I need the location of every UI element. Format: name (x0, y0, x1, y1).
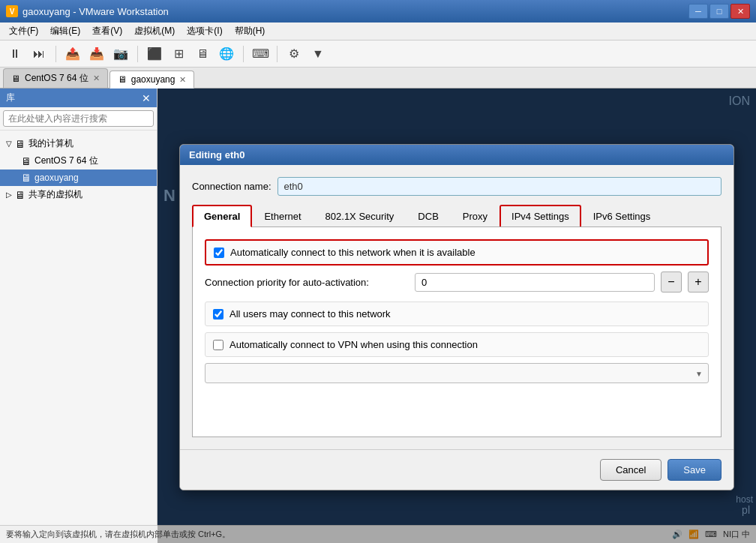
tab-general-label: General (204, 211, 240, 222)
tree-label-mycomputer: 我的计算机 (28, 137, 74, 150)
menu-file[interactable]: 文件(F) (3, 23, 44, 39)
tab-gaoxuyang[interactable]: 🖥 gaoxuyang ✕ (110, 70, 195, 88)
tab-bar: 🖥 CentOS 7 64 位 ✕ 🖥 gaoxuyang ✕ (0, 68, 756, 88)
toolbar-terminal[interactable]: ⌨ (250, 44, 271, 64)
sidebar-title: 库 (6, 92, 15, 104)
maximize-button[interactable]: □ (710, 4, 729, 19)
toolbar-dropdown[interactable]: ▼ (308, 44, 328, 64)
auto-connect-checkbox[interactable] (214, 248, 224, 258)
close-button[interactable]: ✕ (730, 4, 750, 19)
tab-general[interactable]: General (192, 205, 252, 227)
vpn-connect-checkbox[interactable] (213, 340, 224, 350)
connection-name-input[interactable] (278, 177, 722, 196)
dialog-tab-content: Automatically connect to this network wh… (192, 227, 722, 437)
tree-item-gaoxuyang[interactable]: 🖥 gaoxuyang (0, 170, 157, 186)
priority-row: Connection priority for auto-activation:… (205, 272, 709, 292)
all-users-label: All users may connect to this network (230, 308, 391, 320)
dialog-overlay: Editing eth0 Connection name: General (158, 88, 756, 543)
tab-8021x[interactable]: 802.1X Security (314, 205, 406, 226)
auto-connect-row: Automatically connect to this network wh… (205, 239, 709, 266)
tree-label-centos: CentOS 7 64 位 (34, 154, 98, 167)
dialog-footer: Cancel Save (180, 449, 734, 490)
centos-tab-label: CentOS 7 64 位 (25, 72, 88, 85)
vpn-select[interactable] (205, 363, 709, 383)
toolbar-send[interactable]: 📤 (62, 44, 83, 64)
tab-dcb-label: DCB (418, 211, 438, 222)
sidebar-close-btn[interactable]: ✕ (142, 92, 151, 104)
priority-increase-btn[interactable]: + (688, 272, 709, 292)
tab-proxy[interactable]: Proxy (451, 205, 500, 226)
content-area[interactable]: N ION pl host Editing eth0 Connection na… (158, 88, 756, 543)
sidebar-search-input[interactable] (3, 110, 154, 127)
dialog-title: Editing eth0 (189, 149, 244, 160)
toolbar: ⏸ ⏭ 📤 📥 📷 ⬛ ⊞ 🖥 🌐 ⌨ ⚙ ▼ (0, 40, 756, 68)
vpn-connect-label: Automatically connect to VPN when using … (230, 339, 478, 350)
connection-name-row: Connection name: (192, 177, 722, 196)
vpn-select-wrapper (205, 363, 709, 383)
sidebar-header: 库 ✕ (0, 88, 157, 107)
tab-ipv6-label: IPv6 Settings (593, 211, 651, 222)
toolbar-separator-4 (277, 46, 278, 62)
menu-vm[interactable]: 虚拟机(M) (128, 23, 181, 39)
menu-help[interactable]: 帮助(H) (229, 23, 272, 39)
toolbar-receive[interactable]: 📥 (86, 44, 107, 64)
gaoxuyang-tab-close[interactable]: ✕ (179, 75, 186, 85)
tree-arrow-shared: ▷ (6, 190, 12, 199)
priority-decrease-btn[interactable]: − (661, 272, 682, 292)
tab-centos[interactable]: 🖥 CentOS 7 64 位 ✕ (3, 68, 108, 88)
gaoxuyang-icon: 🖥 (21, 172, 32, 184)
toolbar-fullscreen[interactable]: ⬛ (144, 44, 165, 64)
all-users-checkbox[interactable] (213, 309, 224, 320)
main-layout: 库 ✕ ▽ 🖥 我的计算机 🖥 CentOS 7 64 位 🖥 gaoxuyan… (0, 88, 756, 543)
title-bar: V gaoxuyang - VMware Workstation ─ □ ✕ (0, 0, 756, 22)
tree-label-gaoxuyang: gaoxuyang (34, 172, 79, 183)
shared-icon: 🖥 (15, 189, 26, 201)
menu-tab[interactable]: 选项卡(I) (181, 23, 228, 39)
menu-view[interactable]: 查看(V) (86, 23, 128, 39)
tree-label-shared: 共享的虚拟机 (28, 188, 82, 201)
toolbar-snapshot[interactable]: 📷 (110, 44, 131, 64)
auto-connect-label: Automatically connect to this network wh… (230, 247, 476, 258)
gaoxuyang-tab-label: gaoxuyang (131, 74, 176, 85)
toolbar-pause[interactable]: ⏸ (4, 44, 26, 64)
computer-icon: 🖥 (15, 138, 26, 150)
minimize-button[interactable]: ─ (688, 4, 708, 19)
toolbar-separator-3 (243, 46, 244, 62)
toolbar-network[interactable]: 🌐 (216, 44, 237, 64)
dialog-title-bar: Editing eth0 (180, 145, 734, 165)
toolbar-display[interactable]: 🖥 (192, 44, 213, 64)
toolbar-resize[interactable]: ⊞ (168, 44, 189, 64)
save-button[interactable]: Save (668, 459, 722, 481)
tab-ethernet[interactable]: Ethernet (252, 205, 313, 226)
sidebar: 库 ✕ ▽ 🖥 我的计算机 🖥 CentOS 7 64 位 🖥 gaoxuyan… (0, 88, 158, 543)
sidebar-search-container (0, 107, 157, 130)
cancel-button[interactable]: Cancel (600, 459, 662, 481)
edit-connection-dialog: Editing eth0 Connection name: General (179, 144, 734, 490)
vpn-row: Automatically connect to VPN when using … (205, 332, 709, 357)
tab-proxy-label: Proxy (463, 211, 488, 222)
priority-input[interactable] (415, 273, 655, 292)
window-controls: ─ □ ✕ (688, 4, 750, 19)
toolbar-separator-2 (137, 46, 138, 62)
tree-item-mycomputer[interactable]: ▽ 🖥 我的计算机 (0, 135, 157, 152)
all-users-row: All users may connect to this network (205, 302, 709, 326)
tab-8021x-label: 802.1X Security (326, 211, 394, 222)
dialog-tabs: General Ethernet 802.1X Security DCB Pro (192, 205, 722, 227)
toolbar-settings[interactable]: ⚙ (284, 44, 304, 64)
gaoxuyang-tab-icon: 🖥 (118, 74, 127, 85)
tree-item-centos[interactable]: 🖥 CentOS 7 64 位 (0, 152, 157, 170)
tab-ipv6[interactable]: IPv6 Settings (581, 205, 663, 226)
menu-bar: 文件(F) 编辑(E) 查看(V) 虚拟机(M) 选项卡(I) 帮助(H) (0, 22, 756, 40)
centos-icon: 🖥 (21, 155, 32, 167)
centos-tab-close[interactable]: ✕ (93, 74, 100, 83)
menu-edit[interactable]: 编辑(E) (44, 23, 86, 39)
toolbar-separator-1 (56, 46, 56, 62)
toolbar-btn2[interactable]: ⏭ (28, 44, 50, 64)
tab-ipv4-label: IPv4 Settings (512, 211, 569, 222)
tab-ipv4[interactable]: IPv4 Settings (500, 205, 581, 226)
tree-item-shared[interactable]: ▷ 🖥 共享的虚拟机 (0, 186, 157, 203)
tab-ethernet-label: Ethernet (264, 211, 301, 222)
priority-label: Connection priority for auto-activation: (205, 277, 409, 288)
tab-dcb[interactable]: DCB (406, 205, 450, 226)
sidebar-tree: ▽ 🖥 我的计算机 🖥 CentOS 7 64 位 🖥 gaoxuyang ▷ … (0, 130, 157, 543)
